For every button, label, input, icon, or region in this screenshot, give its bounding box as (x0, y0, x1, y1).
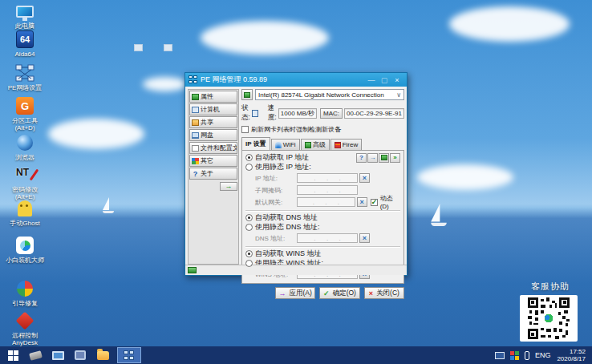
desktop-icon-xiaobai-installer[interactable]: 小白装机大师 (2, 236, 48, 264)
network-nodes-icon (14, 63, 35, 83)
aida64-icon: 64 (14, 30, 35, 49)
desktop-icon-aida64[interactable]: 64 Aida64 (2, 30, 48, 58)
gateway-input[interactable]: . . . (297, 197, 355, 207)
taskbar-network-app-button[interactable] (117, 347, 141, 363)
folder-icon (97, 351, 109, 360)
tab-label: Firew (343, 141, 359, 148)
sidebar-item-share[interactable]: 共享 (189, 116, 237, 128)
divider (245, 210, 400, 212)
apply-button[interactable]: → 应用(A) (275, 287, 315, 299)
taskbar-computer-button[interactable] (71, 347, 90, 363)
partition-tool-icon: G (14, 96, 35, 115)
question-icon: ? (192, 170, 199, 178)
tray-color-icon[interactable] (510, 351, 519, 360)
desktop-icon-this-pc[interactable]: 此电脑 (2, 2, 48, 30)
taskbar-clock[interactable]: 17:52 2020/8/17 (557, 348, 586, 362)
auto-wins-radio[interactable] (245, 250, 253, 257)
arrow-icon: → (278, 289, 286, 297)
desktop-icon-password-reset[interactable]: NT 密码修改 (Alt+E) (2, 165, 48, 200)
desktop-icon-label: Aida64 (15, 51, 35, 58)
network-icon (124, 350, 136, 361)
gateway-clear-button[interactable]: × (357, 197, 367, 207)
sidebar-item-other[interactable]: 其它 (189, 155, 237, 167)
misc-icon (192, 158, 199, 164)
desktop-icon-pe-network[interactable]: PE网络设置 (2, 63, 48, 91)
static-wins-radio[interactable] (245, 260, 253, 267)
sidebar: 属性 计算机 共享 网盘 文件和配置文件 (188, 89, 239, 265)
clock-time: 17:52 (557, 348, 586, 355)
window-title: PE 网络管理 0.59.89 (201, 75, 365, 85)
desktop-icon-label: 此电脑 (15, 22, 34, 30)
sidebar-next-button[interactable]: → (220, 182, 237, 191)
subnet-mask-label: 子网掩码: (255, 186, 297, 195)
desktop-icon-boot-repair[interactable]: 引导修复 (2, 279, 48, 307)
adapter-dropdown[interactable]: Intel(R) 82574L Gigabit Network Connecti… (255, 89, 404, 100)
tab-wifi[interactable]: WiFi (271, 139, 300, 150)
statusbar-network-indicator (188, 267, 197, 273)
system-tray: ENG 17:52 2020/8/17 (495, 346, 592, 364)
desktop-icon-ghost[interactable]: 手动Ghost (2, 199, 48, 227)
static-dns-radio[interactable] (245, 224, 253, 231)
static-ip-label: 使用静态 IP 地址: (255, 162, 311, 172)
nic-icon (244, 92, 250, 98)
ok-label: 确定(O) (333, 289, 356, 298)
sidebar-item-about[interactable]: ? 关于 (189, 168, 237, 180)
network-drive-icon (192, 132, 199, 139)
dns-clear-button[interactable]: × (359, 233, 370, 243)
titlebar[interactable]: PE 网络管理 0.59.89 — ▢ × (185, 73, 407, 87)
app-icon (189, 75, 197, 84)
dynamic-checkbox[interactable] (371, 199, 378, 206)
sidebar-item-profiles[interactable]: 文件和配置文件 (189, 142, 237, 154)
desktop-icon-label: 远程控制 AnyDesk (2, 332, 47, 346)
desktop-icon-anydesk[interactable]: 远程控制 AnyDesk (2, 311, 48, 346)
close-dialog-button[interactable]: × 关闭(C) (364, 287, 404, 299)
connection-status-icon (252, 110, 258, 117)
close-button[interactable]: × (391, 76, 403, 84)
maximize-button[interactable]: ▢ (378, 76, 391, 84)
start-button[interactable] (3, 347, 22, 363)
support-qr-area: 客服协助 (520, 281, 581, 342)
close-label: 关闭(C) (376, 289, 399, 298)
apply-quick-button[interactable]: → (367, 153, 378, 163)
computer-icon (14, 2, 35, 21)
tab-strip: IP 设置 WiFi 高级 Firew (241, 137, 404, 150)
mac-button[interactable]: MAC: (320, 108, 343, 119)
desktop-icon-browser[interactable]: 浏览器 (2, 133, 48, 161)
desktop-icon-label: 引导修复 (12, 300, 38, 307)
ip-address-input[interactable]: . . . (297, 173, 358, 183)
adapter-refresh-button[interactable] (241, 89, 253, 100)
tab-ip-settings[interactable]: IP 设置 (241, 137, 270, 150)
tray-device-icon[interactable] (525, 351, 529, 360)
taskbar-display-button[interactable] (48, 347, 67, 363)
desktop-icon-diskgenius[interactable]: G 分区工具 (Alt+D) (2, 96, 48, 131)
auto-ip-radio[interactable] (245, 154, 253, 161)
language-indicator[interactable]: ENG (535, 351, 551, 359)
expand-button[interactable]: » (390, 153, 400, 163)
auto-dns-radio[interactable] (245, 214, 253, 221)
dns-address-input[interactable]: . . . (297, 233, 358, 243)
static-ip-radio[interactable] (245, 164, 253, 171)
ok-button[interactable]: ✓ 确定(O) (319, 287, 359, 299)
sidebar-item-properties[interactable]: 属性 (189, 91, 237, 103)
tray-display-icon[interactable] (495, 352, 505, 359)
minimize-button[interactable]: — (365, 76, 378, 84)
dns-address-label: DNS 地址: (255, 234, 297, 243)
subnet-mask-input[interactable]: . . . (297, 185, 358, 195)
tab-label: WiFi (283, 141, 296, 148)
tab-firewall[interactable]: Firew (330, 139, 363, 150)
sidebar-item-netdrive[interactable]: 网盘 (189, 129, 237, 141)
dialog-buttons: → 应用(A) ✓ 确定(O) × 关闭(C) (275, 287, 404, 299)
sailboat (431, 204, 447, 226)
taskbar-explorer-button[interactable] (93, 347, 112, 363)
help-button[interactable]: ? (356, 153, 367, 163)
sailboat (103, 197, 114, 213)
tool-icon (29, 350, 43, 361)
refresh-force-checkbox[interactable] (241, 126, 249, 133)
main-panel: Intel(R) 82574L Gigabit Network Connecti… (241, 89, 404, 265)
sidebar-item-computer[interactable]: 计算机 (189, 103, 237, 115)
taskbar-tools-button[interactable] (26, 347, 45, 363)
adapter-tool-button[interactable] (379, 153, 389, 163)
cloud (417, 164, 513, 190)
tab-advanced[interactable]: 高级 (301, 139, 330, 150)
ip-clear-button[interactable]: × (359, 173, 370, 183)
